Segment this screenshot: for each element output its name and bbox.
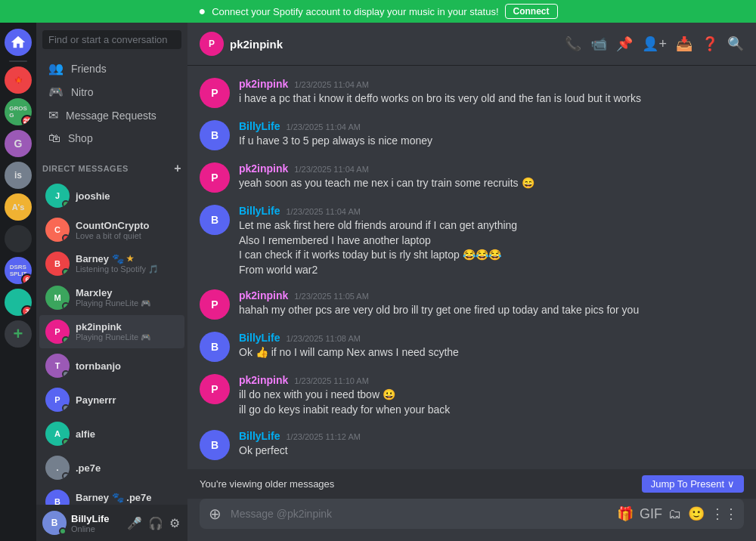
dm-nav: 👥 Friends 🎮 Nitro ✉ Message Requests 🛍 S… bbox=[36, 57, 187, 150]
settings-icon[interactable]: ⚙ bbox=[168, 515, 181, 532]
headset-icon[interactable]: 🎧 bbox=[147, 515, 165, 532]
avatar: C bbox=[45, 218, 70, 242]
nav-item-nitro[interactable]: 🎮 Nitro bbox=[42, 80, 181, 104]
dm-item-pe7e[interactable]: . .pe7e bbox=[39, 451, 184, 484]
emoji-icon[interactable]: 🙂 bbox=[688, 505, 705, 522]
chat-area: P pk2inpink 📞 📹 📌 👤+ 📥 ❓ 🔍 P pk2inpink bbox=[187, 23, 756, 541]
dm-item-tornbanjo[interactable]: T tornbanjo bbox=[39, 349, 184, 382]
call-icon[interactable]: 📞 bbox=[565, 36, 581, 52]
chat-header-left: P pk2inpink bbox=[200, 32, 283, 56]
message-content: pk2inpink 1/23/2025 11:04 AM yeah soon a… bbox=[239, 162, 744, 193]
spotify-icon: ● bbox=[198, 5, 206, 18]
nav-item-friends-label: Friends bbox=[71, 63, 107, 75]
nav-item-message-requests[interactable]: ✉ Message Requests bbox=[42, 104, 181, 127]
discord-home-button[interactable] bbox=[5, 29, 32, 56]
nitro-icon: 🎮 bbox=[48, 85, 64, 99]
dm-info: CountOnCrypto Love a bit of quiet bbox=[76, 220, 178, 240]
message-author: pk2inpink bbox=[239, 78, 288, 90]
dm-item-jooshie[interactable]: J jooshie bbox=[39, 179, 184, 212]
shop-icon: 🛍 bbox=[48, 131, 60, 145]
apps-icon[interactable]: ⋮⋮ bbox=[711, 505, 738, 522]
server-icon[interactable]: GROSG 29 bbox=[5, 98, 32, 125]
nav-item-nitro-label: Nitro bbox=[71, 86, 94, 98]
server-icon[interactable]: is bbox=[5, 162, 32, 189]
server-icon[interactable] bbox=[5, 225, 32, 252]
inbox-icon[interactable]: 📥 bbox=[676, 36, 692, 52]
dm-info: Paynerrr bbox=[76, 394, 178, 406]
dm-name: alfie bbox=[76, 428, 178, 440]
avatar: T bbox=[45, 354, 70, 378]
message-header: pk2inpink 1/23/2025 11:04 AM bbox=[239, 162, 744, 175]
server-icon[interactable]: 🍁 bbox=[5, 66, 32, 94]
servers-sidebar: 🍁 GROSG 29 G is A's DSRSSPLIT 6 bbox=[0, 23, 36, 541]
server-icon[interactable]: DSRSSPLIT 6 bbox=[5, 257, 32, 284]
chevron-down-icon: ∨ bbox=[727, 478, 735, 490]
server-divider bbox=[9, 60, 27, 62]
status-indicator bbox=[62, 268, 70, 276]
status-indicator bbox=[62, 302, 70, 310]
status-indicator bbox=[62, 336, 70, 344]
avatar: J bbox=[45, 184, 70, 208]
message-group: P pk2inpink 1/23/2025 11:04 AM i have a … bbox=[200, 78, 744, 108]
dm-item-marxley[interactable]: M Marxley Playing RuneLite 🎮 bbox=[39, 281, 184, 314]
dm-info: tornbanjo bbox=[76, 360, 178, 372]
chat-header-icons: 📞 📹 📌 👤+ 📥 ❓ 🔍 bbox=[565, 36, 744, 52]
dm-item-barney[interactable]: B Barney 🐾 ★ Listening to Spotify 🎵 bbox=[39, 247, 184, 280]
message-text: i have a pc that i know it deffo works o… bbox=[239, 91, 744, 107]
dm-name: jooshie bbox=[76, 190, 178, 202]
help-icon[interactable]: ❓ bbox=[702, 36, 718, 52]
spotify-banner-text: Connect your Spotify account to display … bbox=[212, 6, 498, 17]
dm-info: Marxley Playing RuneLite 🎮 bbox=[76, 287, 178, 308]
message-group: P pk2inpink 1/23/2025 11:04 AM yeah soon… bbox=[200, 162, 744, 193]
dm-info: .pe7e bbox=[76, 462, 178, 474]
search-icon[interactable]: 🔍 bbox=[727, 36, 744, 52]
gif-icon[interactable]: GIF bbox=[640, 506, 662, 522]
dm-info: alfie bbox=[76, 428, 178, 440]
group-name: Barney 🐾 .pe7e bbox=[76, 492, 178, 503]
dm-group-barney-pe7e[interactable]: B Barney 🐾 .pe7e 3 Members bbox=[39, 485, 184, 505]
dm-item-alfie[interactable]: A alfie bbox=[39, 417, 184, 450]
message-header: pk2inpink 1/23/2025 11:10 AM bbox=[239, 374, 744, 386]
message-timestamp: 1/23/2025 11:04 AM bbox=[294, 165, 368, 174]
microphone-icon[interactable]: 🎤 bbox=[125, 515, 144, 532]
dm-item-countoncrypto[interactable]: C CountOnCrypto Love a bit of quiet bbox=[39, 213, 184, 246]
message-avatar: P bbox=[200, 78, 230, 108]
nav-item-shop[interactable]: 🛍 Shop bbox=[42, 127, 181, 150]
chat-header-avatar: P bbox=[200, 32, 224, 56]
jump-to-present-button[interactable]: Jump To Present ∨ bbox=[642, 475, 744, 493]
add-attachment-button[interactable]: ⊕ bbox=[206, 499, 225, 529]
nav-item-friends[interactable]: 👥 Friends bbox=[42, 57, 181, 80]
message-header: BillyLife 1/23/2025 11:12 AM bbox=[239, 430, 744, 442]
add-server-button[interactable]: + bbox=[5, 320, 32, 348]
message-input[interactable] bbox=[231, 500, 611, 527]
gift-icon[interactable]: 🎁 bbox=[617, 505, 634, 522]
message-timestamp: 1/23/2025 11:05 AM bbox=[294, 292, 368, 301]
server-badge: 29 bbox=[21, 115, 32, 125]
message-group: P pk2inpink 1/23/2025 11:10 AM ill do ne… bbox=[200, 374, 744, 417]
pin-icon[interactable]: 📌 bbox=[616, 36, 633, 52]
dm-item-paynerrr[interactable]: P Paynerrr bbox=[39, 383, 184, 416]
message-header: pk2inpink 1/23/2025 11:04 AM bbox=[239, 78, 744, 90]
server-icon[interactable]: A's bbox=[5, 193, 32, 221]
server-icon[interactable]: G bbox=[5, 130, 32, 157]
dm-item-pk2inpink[interactable]: P pk2inpink Playing RuneLite 🎮 bbox=[39, 315, 184, 348]
chat-header: P pk2inpink 📞 📹 📌 👤+ 📥 ❓ 🔍 bbox=[187, 23, 756, 66]
message-content: BillyLife 1/23/2025 11:08 AM Ok 👍 if no … bbox=[239, 332, 744, 362]
avatar: . bbox=[45, 456, 70, 480]
add-friend-icon[interactable]: 👤+ bbox=[642, 36, 667, 52]
user-info: BillyLife Online bbox=[71, 513, 121, 533]
sticker-icon[interactable]: 🗂 bbox=[668, 506, 682, 522]
message-avatar: P bbox=[200, 374, 230, 404]
video-icon[interactable]: 📹 bbox=[590, 36, 607, 52]
server-icon[interactable]: 3 bbox=[5, 289, 32, 316]
spotify-connect-button[interactable]: Connect bbox=[505, 4, 558, 19]
add-dm-button[interactable]: + bbox=[174, 162, 181, 175]
message-header: BillyLife 1/23/2025 11:04 AM bbox=[239, 205, 744, 217]
message-avatar: B bbox=[200, 120, 230, 150]
search-input[interactable] bbox=[42, 30, 181, 49]
message-avatar: B bbox=[200, 332, 230, 362]
avatar: P bbox=[45, 388, 70, 412]
message-author: pk2inpink bbox=[239, 289, 288, 301]
dm-search-area bbox=[36, 23, 187, 57]
message-content: pk2inpink 1/23/2025 11:10 AM ill do nex … bbox=[239, 374, 744, 417]
